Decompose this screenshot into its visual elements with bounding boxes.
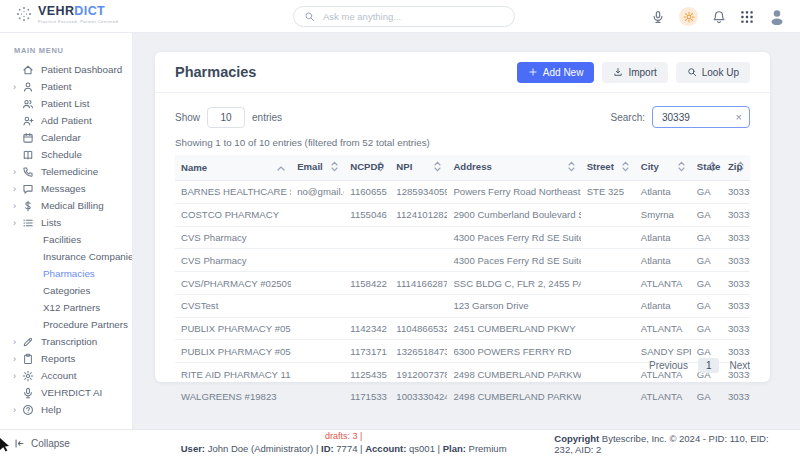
table-row[interactable]: BARNES HEALTHCARE SERVICESno@gmail.com11… [175,181,750,204]
plus-icon [528,67,538,77]
cell-street [581,317,635,340]
sun-icon[interactable] [679,7,698,26]
sidebar-item-lists[interactable]: ›Lists [0,214,132,231]
column-header-city[interactable]: City [635,155,691,181]
column-header-name[interactable]: Name [175,155,291,181]
cell-npi: 1104866532 [390,317,447,340]
cell-address: 2498 CUMBERLAND PARKWAY SOUTH EAST [447,363,580,386]
sidebar-item-vehrdict-ai[interactable]: VEHRDICT AI [0,384,132,401]
add-new-button[interactable]: Add New [517,62,595,83]
column-header-email[interactable]: Email [291,155,344,181]
main-content: Pharmacies Add NewImportLook Up Show ent… [134,34,800,429]
sidebar-item-facilities[interactable]: Facilities [0,231,132,248]
sidebar-item-categories[interactable]: Categories [0,282,132,299]
table-row[interactable]: COSTCO PHARMACY115504611241012822900 Cum… [175,203,750,226]
column-header-npi[interactable]: NPI [390,155,447,181]
app-logo[interactable]: VEHRDICT Practice Focused, Patient Cente… [15,5,118,24]
table-row[interactable]: WALGREENS #19823117153310033304242498 CU… [175,386,750,409]
sidebar-item-medical-billing[interactable]: ›Medical Billing [0,197,132,214]
cell-city: Atlanta [635,249,691,272]
microphone-icon[interactable] [651,10,665,24]
sidebar-item-insurance-companies[interactable]: Insurance Companies [0,248,132,265]
cell-address: Powers Ferry Road Northeast [447,181,580,204]
sidebar-item-telemedicine[interactable]: ›Telemedicine [0,163,132,180]
sidebar-item-schedule[interactable]: Schedule [0,146,132,163]
sidebar-item-label: Insurance Companies [43,251,133,262]
pagination: Previous 1 Next [649,358,750,373]
global-search-input[interactable] [321,10,504,23]
column-header-address[interactable]: Address [447,155,580,181]
calendar-icon [22,132,34,144]
cell-state: GA [691,249,722,272]
cell-name: CVS Pharmacy [175,226,291,249]
sort-icon [568,161,575,174]
column-label: NPI [396,161,412,172]
header-icon-group [651,0,786,33]
sidebar-item-x12-partners[interactable]: X12 Partners [0,299,132,316]
cell-city: Atlanta [635,226,691,249]
entries-count-input[interactable] [207,107,245,128]
sidebar-item-help[interactable]: ›Help [0,401,132,418]
bell-icon[interactable] [712,10,726,24]
sidebar-item-reports[interactable]: ›Reports [0,350,132,367]
sidebar-item-add-patient[interactable]: Add Patient [0,112,132,129]
sidebar-item-patient-dashboard[interactable]: Patient Dashboard [0,61,132,78]
logo-mark-icon [15,5,33,23]
chevron-right-icon: › [13,336,16,346]
table-row[interactable]: CVS/PHARMACY #0250911584221114166287SSC … [175,272,750,295]
chevron-right-icon: › [13,166,16,176]
cell-name: PUBLIX PHARMACY #0541 [175,340,291,363]
column-header-state[interactable]: State [691,155,722,181]
sidebar-item-messages[interactable]: ›Messages [0,180,132,197]
cell-ncpdp: 1142342 [344,317,390,340]
cell-name: CVS/PHARMACY #02509 [175,272,291,295]
search-label: Search: [611,112,645,123]
table-search-input[interactable] [660,111,732,124]
list-icon [22,217,34,229]
sidebar-item-patient[interactable]: ›Patient [0,78,132,95]
home-icon [22,64,34,76]
current-page-button[interactable]: 1 [698,358,720,373]
cell-state: GA [691,317,722,340]
show-label: Show [175,112,200,123]
look-up-button[interactable]: Look Up [676,62,750,83]
cell-name: RITE AID PHARMACY 11800 [175,363,291,386]
sidebar-item-patient-list[interactable]: Patient List [0,95,132,112]
sidebar-item-procedure-partners[interactable]: Procedure Partners [0,316,132,333]
cell-email: no@gmail.com [291,181,344,204]
sidebar-item-calendar[interactable]: Calendar [0,129,132,146]
footer: Collapse drafts: 3 | User: John Doe (Adm… [0,429,800,457]
table-row[interactable]: CVSTest123 Garson DriveAtlantaGA30339 [175,294,750,317]
import-button[interactable]: Import [602,62,667,83]
table-row[interactable]: PUBLIX PHARMACY #05361142342110486653224… [175,317,750,340]
cell-npi: 1326518473 [390,340,447,363]
download-icon [613,67,623,77]
table-row[interactable]: CVS Pharmacy4300 Paces Ferry Rd SE Suite… [175,226,750,249]
cell-npi [390,294,447,317]
cell-street [581,249,635,272]
cell-address: 2451 CUMBERLAND PKWY [447,317,580,340]
column-header-street[interactable]: Street [581,155,635,181]
cell-address: 6300 POWERS FERRY RD [447,340,580,363]
button-label: Look Up [702,67,739,78]
column-header-zip[interactable]: Zip [722,155,750,181]
sidebar-item-transcription[interactable]: ›Transcription [0,333,132,350]
cell-email [291,294,344,317]
sidebar-item-pharmacies[interactable]: Pharmacies [0,265,132,282]
next-page-button[interactable]: Next [729,360,750,371]
cell-city: ATLANTA [635,272,691,295]
collapse-label: Collapse [31,438,70,449]
cell-npi: 1285934059 [390,181,447,204]
avatar-icon[interactable] [768,8,786,26]
action-button-group: Add NewImportLook Up [517,62,750,83]
cell-address: 4300 Paces Ferry Rd SE Suite 170 [447,226,580,249]
previous-page-button[interactable]: Previous [649,360,688,371]
sidebar-item-account[interactable]: ›Account [0,367,132,384]
column-header-ncpdp[interactable]: NCPDP [344,155,390,181]
clear-search-button[interactable]: × [736,112,742,123]
table-row[interactable]: CVS Pharmacy4300 Paces Ferry Rd SE Suite… [175,249,750,272]
grid-icon[interactable] [740,10,754,24]
collapse-sidebar-button[interactable]: Collapse [0,438,133,449]
sort-ascending-icon [277,162,285,173]
sidebar-item-label: Facilities [43,234,81,245]
